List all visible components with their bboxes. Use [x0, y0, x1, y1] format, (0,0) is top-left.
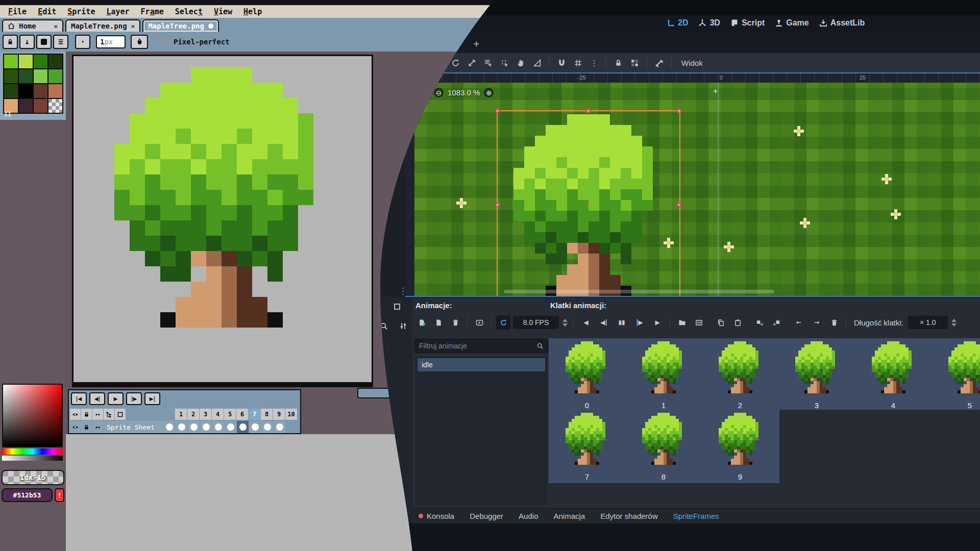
palette-swatch-2[interactable]: [34, 55, 47, 68]
palette-swatch-10[interactable]: [34, 84, 47, 98]
menu-layer[interactable]: Layer: [101, 7, 134, 16]
layer-name[interactable]: Sprite Sheet: [104, 421, 163, 433]
magnet-button[interactable]: [557, 59, 566, 67]
zoom-in-button[interactable]: ⊕: [484, 88, 494, 97]
palette-swatch-13[interactable]: [19, 99, 33, 113]
cel-frame-7[interactable]: [237, 421, 249, 433]
document-tab-0[interactable]: Home×: [2, 19, 63, 32]
group-button[interactable]: [630, 59, 639, 67]
play-backwards-button[interactable]: ◀: [578, 315, 594, 330]
animation-frame-2[interactable]: 2: [702, 340, 778, 410]
palette-swatch-7[interactable]: [48, 69, 62, 83]
ink-fill-button[interactable]: [36, 35, 52, 49]
zoom-out-button[interactable]: ⊖: [434, 88, 444, 97]
fps-value[interactable]: 8.0 FPS: [513, 316, 559, 329]
close-icon[interactable]: ×: [54, 22, 58, 30]
bone-button[interactable]: [655, 59, 664, 67]
layer-onion-skin-icon[interactable]: [92, 421, 103, 433]
value-slider[interactable]: [2, 456, 63, 461]
frame-number-7[interactable]: 7: [249, 409, 260, 420]
palette-swatch-3[interactable]: [48, 55, 62, 68]
cel-frame-1[interactable]: [163, 421, 175, 433]
hue-slider[interactable]: [2, 448, 63, 455]
dock-drag-handle[interactable]: ⋮: [399, 286, 408, 296]
layer-lock-icon[interactable]: [81, 421, 92, 433]
bottom-tab-debugger[interactable]: Debugger: [470, 512, 503, 520]
grid-button[interactable]: [574, 59, 582, 67]
cel-frame-8[interactable]: [249, 421, 261, 433]
frame-duration-value[interactable]: × 1.0: [908, 316, 948, 329]
duplicate-animation-button[interactable]: [431, 315, 446, 330]
document-tab-1[interactable]: MapleTree.png×: [65, 19, 140, 32]
sprite-canvas[interactable]: [72, 55, 373, 387]
selection-handle[interactable]: [495, 109, 500, 113]
list-select-tool-button[interactable]: [484, 59, 493, 67]
palette-swatch-6[interactable]: [34, 69, 47, 83]
timeline-playback-1[interactable]: ◀|: [89, 392, 105, 405]
duration-spinner[interactable]: [951, 319, 957, 327]
ink-type-button[interactable]: [131, 35, 148, 49]
cel-frame-10[interactable]: [274, 421, 285, 433]
animation-frame-7[interactable]: 7: [549, 412, 625, 481]
selection-handle[interactable]: [677, 203, 681, 207]
lock-button[interactable]: [614, 59, 623, 67]
lock-button[interactable]: [3, 35, 18, 49]
viewport-scrollbar[interactable]: [504, 290, 774, 293]
insert-frame-after-button[interactable]: [769, 315, 783, 330]
add-frames-from-sheet-button[interactable]: [692, 315, 706, 330]
cel-frame-9[interactable]: [261, 421, 273, 433]
scale-tool-button[interactable]: [468, 59, 476, 67]
animation-frame-9[interactable]: 9: [702, 412, 778, 481]
color-warning-button[interactable]: !: [55, 488, 64, 502]
palette-swatch-11[interactable]: [48, 84, 62, 98]
bottom-tab-konsola[interactable]: Konsola: [419, 512, 454, 520]
timeline-playback-3[interactable]: |▶: [126, 392, 142, 405]
pixel-dot-button[interactable]: ·: [75, 35, 90, 49]
pan-tool-button[interactable]: [517, 59, 525, 67]
layer-eye-icon[interactable]: [70, 421, 81, 433]
color-picker-gradient[interactable]: [2, 384, 63, 447]
palette-swatch-8[interactable]: [4, 84, 18, 98]
frame-number-1[interactable]: 1: [175, 409, 187, 420]
workspace-game[interactable]: Game: [775, 18, 808, 28]
menu-frame[interactable]: Frame: [136, 7, 169, 16]
selection-handle[interactable]: [677, 109, 681, 113]
timeline-header-lock-icon[interactable]: [81, 409, 92, 420]
animation-item-idle[interactable]: idle: [418, 358, 545, 371]
move-frame-right-button[interactable]: →: [809, 315, 824, 330]
pause-button[interactable]: ▮▮: [614, 315, 629, 330]
workspace-3d[interactable]: 3D: [698, 18, 720, 28]
workspace-script[interactable]: Script: [730, 18, 765, 28]
move-frame-left-button[interactable]: ←: [791, 315, 806, 330]
copy-frame-button[interactable]: [714, 315, 728, 330]
animation-frame-8[interactable]: 8: [625, 412, 702, 481]
frame-number-4[interactable]: 4: [212, 409, 224, 420]
frame-number-9[interactable]: 9: [273, 409, 285, 420]
frame-number-2[interactable]: 2: [187, 409, 199, 420]
menu-edit[interactable]: Edit: [33, 7, 61, 16]
palette-swatch-1[interactable]: [19, 55, 33, 68]
palette-swatch-4[interactable]: [4, 69, 18, 83]
paste-frame-button[interactable]: [730, 315, 745, 330]
frame-number-3[interactable]: 3: [200, 409, 211, 420]
frame-number-10[interactable]: 10: [285, 409, 297, 420]
cel-frame-6[interactable]: [225, 421, 236, 433]
frame-number-5[interactable]: 5: [224, 409, 236, 420]
ruler-tool-button[interactable]: [533, 59, 542, 67]
bottom-tab-animacja[interactable]: Animacja: [553, 512, 585, 520]
timeline-playback-4[interactable]: ▶|: [144, 392, 160, 405]
palette-swatch-0[interactable]: [4, 55, 18, 68]
timeline-header-cel-icon[interactable]: [115, 409, 126, 420]
selection-handle[interactable]: [495, 203, 500, 207]
play-from-start-button[interactable]: |▶: [632, 315, 647, 330]
insert-frame-before-button[interactable]: [752, 315, 767, 330]
selection-handle[interactable]: [586, 109, 591, 113]
menu-view[interactable]: View: [209, 7, 237, 16]
animation-frame-0[interactable]: 0: [549, 340, 625, 410]
animation-frame-5[interactable]: 5: [932, 340, 980, 410]
loop-button[interactable]: [496, 315, 510, 330]
cel-frame-5[interactable]: [212, 421, 224, 433]
palette-swatch-9[interactable]: [19, 84, 33, 98]
add-animation-button[interactable]: [414, 315, 429, 330]
play-backwards-from-end-button[interactable]: ◀|: [596, 315, 611, 330]
